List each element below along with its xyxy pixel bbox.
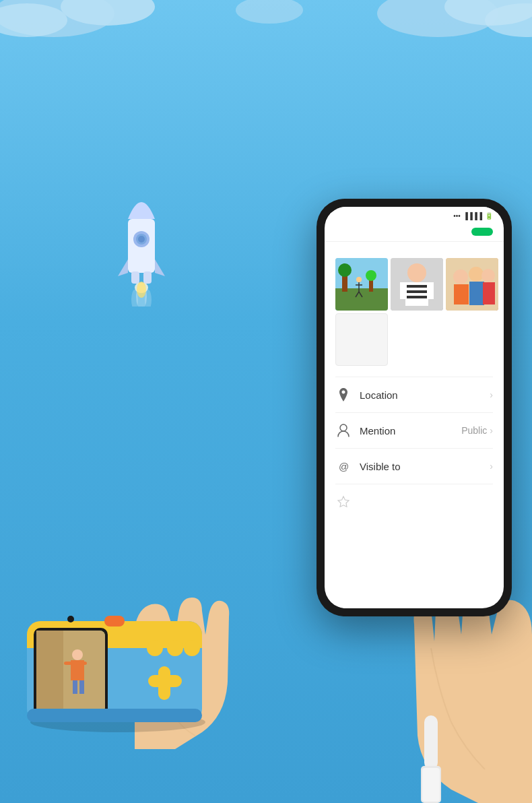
svg-rect-60 — [64, 662, 72, 665]
mention-chevron: › — [490, 425, 493, 436]
svg-point-58 — [72, 649, 83, 660]
svg-rect-63 — [79, 680, 84, 694]
svg-rect-48 — [422, 768, 440, 802]
usb-cable — [407, 715, 455, 803]
post-button[interactable] — [471, 228, 493, 236]
svg-point-44 — [340, 424, 347, 431]
status-bar: ••• ▐▐▐▐ 🔋 — [325, 207, 504, 222]
svg-rect-35 — [400, 282, 407, 299]
svg-text:@: @ — [339, 461, 349, 472]
rocket-illustration — [98, 172, 185, 307]
svg-rect-43 — [483, 282, 495, 304]
svg-rect-34 — [405, 296, 428, 298]
svg-rect-64 — [104, 616, 125, 627]
svg-point-21 — [338, 263, 352, 277]
svg-rect-71 — [27, 709, 202, 722]
svg-point-66 — [167, 640, 183, 656]
svg-rect-61 — [79, 662, 87, 665]
mention-icon — [335, 422, 352, 439]
mention-label: Mention — [360, 425, 461, 437]
svg-point-67 — [184, 640, 200, 656]
location-label: Location — [360, 389, 490, 401]
svg-point-42 — [481, 269, 495, 282]
mention-value: Public — [461, 425, 487, 436]
svg-rect-15 — [143, 271, 152, 284]
svg-point-65 — [147, 640, 163, 656]
svg-rect-62 — [73, 680, 77, 694]
photo-grid — [335, 258, 493, 311]
svg-rect-69 — [158, 666, 170, 700]
svg-rect-36 — [427, 282, 434, 299]
photo-thumb-3[interactable] — [446, 258, 498, 311]
star-row[interactable] — [335, 484, 493, 519]
visible-to-chevron: › — [490, 461, 493, 472]
svg-rect-57 — [36, 631, 63, 713]
svg-rect-32 — [405, 285, 428, 288]
svg-point-70 — [67, 616, 74, 622]
phone-device: ••• ▐▐▐▐ 🔋 — [317, 199, 515, 630]
photo-thumb-2[interactable] — [391, 258, 443, 311]
svg-point-38 — [453, 269, 468, 284]
visible-to-icon: @ — [335, 458, 352, 474]
location-row[interactable]: Location › — [335, 377, 493, 413]
add-photo-button[interactable] — [335, 313, 388, 366]
post-content: Location › Mention Public › — [325, 242, 504, 527]
svg-rect-39 — [454, 284, 469, 304]
svg-point-23 — [366, 270, 376, 281]
visible-to-row[interactable]: @ Visible to › — [335, 449, 493, 484]
title-section — [0, 13, 532, 22]
visible-to-label: Visible to — [360, 461, 490, 472]
action-rows: Location › Mention Public › — [335, 377, 493, 484]
svg-rect-14 — [131, 271, 139, 284]
location-icon — [335, 387, 352, 403]
svg-point-13 — [138, 236, 145, 243]
svg-point-24 — [356, 277, 362, 282]
camera-device — [13, 567, 229, 736]
app-header — [325, 222, 504, 242]
svg-rect-46 — [424, 715, 438, 769]
svg-rect-33 — [405, 290, 428, 293]
svg-point-17 — [137, 282, 146, 298]
status-icons: ••• ▐▐▐▐ 🔋 — [453, 212, 493, 220]
add-photo-area — [335, 313, 493, 366]
mention-row[interactable]: Mention Public › — [335, 413, 493, 449]
clouds-top — [0, 0, 532, 54]
svg-point-40 — [469, 267, 484, 282]
location-chevron: › — [490, 389, 493, 400]
svg-rect-41 — [469, 282, 484, 305]
photo-thumb-1[interactable] — [335, 258, 388, 311]
svg-point-30 — [407, 263, 426, 282]
star-icon — [335, 494, 352, 510]
